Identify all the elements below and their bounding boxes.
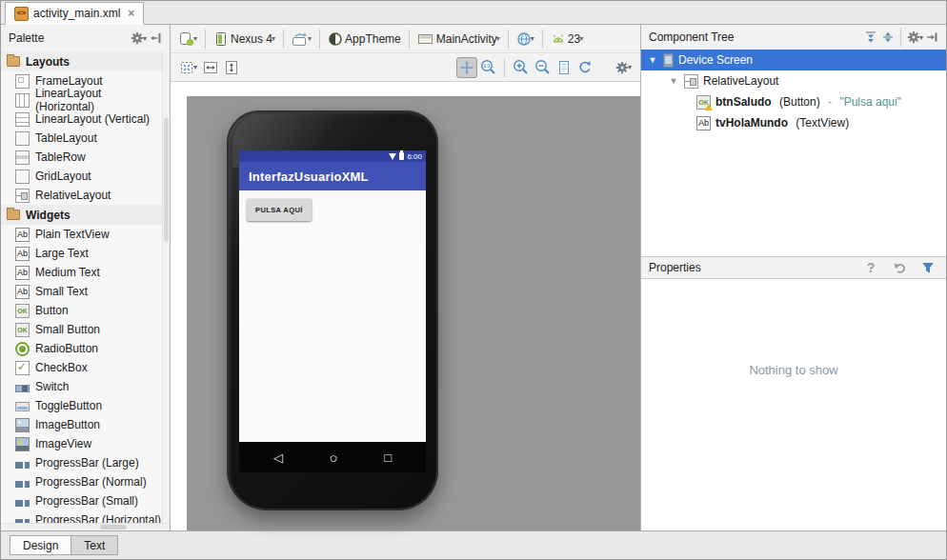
tablelayout-icon: [15, 131, 30, 146]
palette-item-progressbar-large[interactable]: ProgressBar (Large): [1, 453, 162, 472]
status-bar: 6:00: [239, 150, 426, 162]
api-level-label: 23: [568, 32, 580, 46]
progressbar-icon: [15, 481, 30, 488]
textview-icon: [15, 247, 30, 261]
tab-label: activity_main.xml: [33, 7, 120, 20]
api-level-selector[interactable]: 23 ▾: [548, 30, 586, 49]
palette-item-large-text[interactable]: Large Text: [1, 244, 162, 263]
button-warning-icon: [696, 95, 711, 110]
palette-list: LayoutsFrameLayoutLinearLayout (Horizont…: [1, 51, 170, 523]
zoom-to-fit-button[interactable]: ▾: [176, 58, 200, 77]
tab-text[interactable]: Text: [71, 535, 118, 555]
palette-item-togglebutton[interactable]: ToggleButton: [1, 396, 162, 415]
navigation-bar: ◁ ○ □: [239, 442, 426, 472]
expander-icon[interactable]: ▼: [668, 76, 679, 86]
palette-item-progressbar-normal[interactable]: ProgressBar (Normal): [1, 472, 162, 491]
globe-icon: [516, 31, 532, 47]
progressbar-icon: [15, 500, 30, 507]
device-preview[interactable]: 6:00 InterfazUsuarioXML PULSA AQUÍ ◁ ○: [227, 110, 438, 510]
palette-dock-icon[interactable]: [147, 30, 164, 47]
actual-size-button[interactable]: 1:1: [477, 57, 499, 77]
textview-icon: [696, 116, 711, 130]
palette-section-widgets[interactable]: Widgets: [1, 205, 162, 225]
tree-node-separator: -: [825, 95, 836, 109]
device-selector[interactable]: Nexus 4 ▾: [211, 30, 278, 49]
fit-height-button[interactable]: [221, 58, 242, 77]
palette-item-plain-textview[interactable]: Plain TextView: [1, 225, 162, 244]
textview-icon: [15, 266, 30, 280]
tree-node-tvholamundo[interactable]: tvHolaMundo (TextView): [641, 112, 946, 133]
design-surface[interactable]: 6:00 InterfazUsuarioXML PULSA AQUÍ ◁ ○: [187, 96, 640, 530]
zoom-in-button[interactable]: [510, 57, 532, 77]
right-panel: Component Tree ▾ ▼Device Screen▼Relative…: [640, 25, 946, 530]
palette-item-small-button[interactable]: Small Button: [1, 320, 162, 339]
palette-item-tablelayout[interactable]: TableLayout: [1, 129, 162, 148]
palette-item-imageview[interactable]: ImageView: [1, 434, 162, 453]
pan-zoom-button[interactable]: [456, 57, 477, 78]
radiobutton-icon: [15, 342, 30, 356]
nav-home-icon: ○: [330, 450, 338, 466]
palette-item-progressbar-horizontal[interactable]: ProgressBar (Horizontal): [1, 510, 162, 523]
palette-vertical-scrollbar[interactable]: [162, 51, 170, 523]
palette-item-imagebutton[interactable]: ImageButton: [1, 415, 162, 434]
hide-panel-icon[interactable]: [923, 29, 940, 46]
palette-item-progressbar-small[interactable]: ProgressBar (Small): [1, 491, 162, 510]
folder-icon: [7, 56, 20, 67]
textview-icon: [15, 285, 30, 299]
theme-selector[interactable]: AppTheme: [325, 30, 404, 49]
tree-node-btnsaludo[interactable]: btnSaludo (Button) - "Pulsa aqui": [641, 91, 946, 112]
locale-selector[interactable]: ▾: [514, 30, 537, 49]
refresh-button[interactable]: [574, 58, 595, 77]
android-studio-designer: activity_main.xml × Palette ▾ LayoutsFra…: [0, 0, 947, 560]
palette-horizontal-scrollbar[interactable]: [1, 523, 170, 530]
palette-item-tablerow[interactable]: TableRow: [1, 148, 162, 167]
expand-all-icon[interactable]: [862, 29, 879, 46]
palette-item-linearlayout-horizontal[interactable]: LinearLayout (Horizontal): [1, 90, 162, 110]
tree-node-device-screen[interactable]: ▼Device Screen: [641, 50, 946, 70]
palette-item-relativelayout[interactable]: RelativeLayout: [1, 186, 162, 205]
palette-title: Palette: [9, 31, 129, 45]
app-title: InterfazUsuarioXML: [249, 170, 369, 184]
collapse-all-icon[interactable]: [879, 29, 897, 46]
palette-section-layouts[interactable]: Layouts: [1, 51, 162, 71]
palette-item-medium-text[interactable]: Medium Text: [1, 263, 162, 282]
layout-variant-button[interactable]: ▾: [176, 30, 200, 49]
palette-item-switch[interactable]: Switch: [1, 377, 162, 396]
activity-selector[interactable]: MainActivity ▾: [414, 30, 503, 49]
palette-section-label: Widgets: [26, 209, 71, 222]
preview-button-pulsa-aqui[interactable]: PULSA AQUÍ: [247, 199, 312, 221]
device-screen-preview[interactable]: 6:00 InterfazUsuarioXML PULSA AQUÍ ◁ ○: [239, 150, 426, 472]
zoom-out-button[interactable]: [532, 57, 554, 77]
filter-icon[interactable]: [919, 259, 937, 276]
revert-icon[interactable]: [891, 259, 908, 276]
dropdown-arrow-icon: ▾: [579, 34, 583, 43]
palette-item-label: ImageView: [35, 437, 91, 450]
palette-item-gridlayout[interactable]: GridLayout: [1, 167, 162, 186]
preview-xml-button[interactable]: [554, 58, 574, 77]
palette-item-label: ImageButton: [35, 418, 100, 431]
editor-mode-bar: Design Text: [1, 530, 946, 559]
palette-item-checkbox[interactable]: CheckBox: [1, 358, 162, 377]
palette-item-linearlayout-vertical[interactable]: LinearLayout (Vertical): [1, 110, 162, 129]
button-icon: [15, 323, 30, 337]
tab-activity-main-xml[interactable]: activity_main.xml ×: [5, 2, 144, 25]
action-bar: InterfazUsuarioXML: [239, 162, 426, 190]
palette-item-button[interactable]: Button: [1, 301, 162, 320]
fit-width-button[interactable]: [200, 58, 221, 77]
tab-design[interactable]: Design: [10, 535, 71, 555]
zoom-to-fit-icon: [179, 60, 194, 75]
palette-item-small-text[interactable]: Small Text: [1, 282, 162, 301]
close-tab-icon[interactable]: ×: [128, 7, 134, 20]
palette-item-label: Large Text: [35, 247, 89, 260]
palette-section-label: Layouts: [26, 55, 70, 69]
designer-settings-button[interactable]: ▾: [613, 59, 635, 76]
palette-item-label: ProgressBar (Large): [35, 456, 139, 470]
orientation-selector[interactable]: ▾: [289, 30, 314, 49]
tree-node-relativelayout[interactable]: ▼RelativeLayout: [641, 70, 946, 91]
palette-item-radiobutton[interactable]: RadioButton: [1, 339, 162, 358]
palette-item-label: LinearLayout (Horizontal): [35, 87, 162, 113]
expander-icon[interactable]: ▼: [647, 55, 658, 65]
togglebutton-icon: [15, 402, 30, 411]
main-area: Palette ▾ LayoutsFrameLayoutLinearLayout…: [1, 25, 946, 530]
help-icon[interactable]: ?: [862, 259, 879, 276]
